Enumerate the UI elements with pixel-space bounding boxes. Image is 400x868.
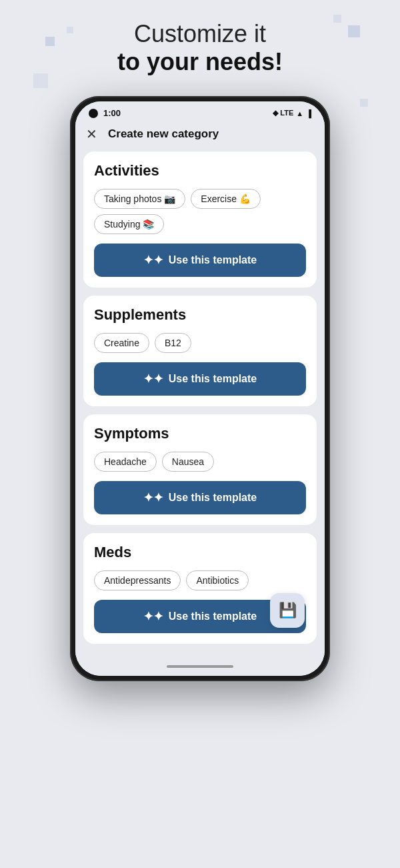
tags-row-supplements: CreatineB12 <box>94 333 306 353</box>
category-tag[interactable]: Nausea <box>162 452 214 472</box>
category-title-activities: Activities <box>94 162 306 179</box>
status-bar: 1:00 ◆ LTE ▲ ▐ <box>75 101 325 122</box>
sparkle-icon: ✦✦ <box>143 490 163 505</box>
use-template-button-activities[interactable]: ✦✦Use this template <box>94 244 306 277</box>
status-bar-left: 1:00 <box>89 108 121 118</box>
headline-line2: to your needs! <box>117 48 283 76</box>
category-tag[interactable]: Creatine <box>94 333 149 353</box>
deco-square-5 <box>33 73 48 88</box>
tags-row-meds: AntidepressantsAntibiotics <box>94 570 306 590</box>
screen-title: Create new category <box>108 127 219 141</box>
category-tag[interactable]: Studying 📚 <box>94 214 164 234</box>
headline-line1: Customize it <box>117 20 283 48</box>
category-title-symptoms: Symptoms <box>94 425 306 442</box>
button-label: Use this template <box>169 610 257 622</box>
sparkle-icon: ✦✦ <box>143 253 163 268</box>
use-template-button-supplements[interactable]: ✦✦Use this template <box>94 362 306 396</box>
close-button[interactable]: ✕ <box>86 127 97 141</box>
category-tag[interactable]: Exercise 💪 <box>191 189 261 209</box>
save-fab-button[interactable]: 💾 <box>270 593 305 628</box>
status-time: 1:00 <box>103 108 121 118</box>
status-bar-right: ◆ LTE ▲ ▐ <box>273 109 311 117</box>
phone-screen: 1:00 ◆ LTE ▲ ▐ ✕ Create new category Act… <box>75 101 325 676</box>
deco-square-3 <box>348 25 360 37</box>
deco-square-2 <box>67 27 73 33</box>
battery-icon: ▐ <box>306 109 311 117</box>
sparkle-icon: ✦✦ <box>143 609 163 624</box>
home-indicator <box>75 660 325 676</box>
categories-list: ActivitiesTaking photos 📷Exercise 💪Study… <box>83 151 317 644</box>
app-content: ✕ Create new category ActivitiesTaking p… <box>75 122 325 660</box>
signal-bars-icon: ▲ <box>296 109 303 117</box>
sparkle-icon: ✦✦ <box>143 372 163 386</box>
page-header: Customize it to your needs! <box>117 20 283 76</box>
category-card-activities: ActivitiesTaking photos 📷Exercise 💪Study… <box>83 151 317 288</box>
category-tag[interactable]: Headache <box>94 452 157 472</box>
category-tag[interactable]: Taking photos 📷 <box>94 189 185 209</box>
last-card-wrapper: MedsAntidepressantsAntibiotics✦✦Use this… <box>83 533 317 644</box>
category-tag[interactable]: Antibiotics <box>186 570 249 590</box>
home-bar <box>167 665 233 668</box>
category-tag[interactable]: Antidepressants <box>94 570 181 590</box>
use-template-button-symptoms[interactable]: ✦✦Use this template <box>94 481 306 514</box>
tags-row-activities: Taking photos 📷Exercise 💪Studying 📚 <box>94 189 306 234</box>
deco-square-1 <box>45 37 55 46</box>
signal-icon: ◆ LTE <box>273 109 293 117</box>
top-bar: ✕ Create new category <box>83 122 317 151</box>
deco-square-4 <box>333 15 341 23</box>
button-label: Use this template <box>169 492 257 504</box>
category-card-supplements: SupplementsCreatineB12✦✦Use this templat… <box>83 296 317 406</box>
tags-row-symptoms: HeadacheNausea <box>94 452 306 472</box>
deco-square-6 <box>360 99 368 107</box>
category-card-symptoms: SymptomsHeadacheNausea✦✦Use this templat… <box>83 414 317 525</box>
button-label: Use this template <box>169 254 257 266</box>
camera-dot <box>89 109 98 118</box>
phone-frame: 1:00 ◆ LTE ▲ ▐ ✕ Create new category Act… <box>70 96 330 681</box>
category-tag[interactable]: B12 <box>155 333 191 353</box>
category-title-supplements: Supplements <box>94 306 306 324</box>
category-title-meds: Meds <box>94 544 306 561</box>
button-label: Use this template <box>169 373 257 385</box>
